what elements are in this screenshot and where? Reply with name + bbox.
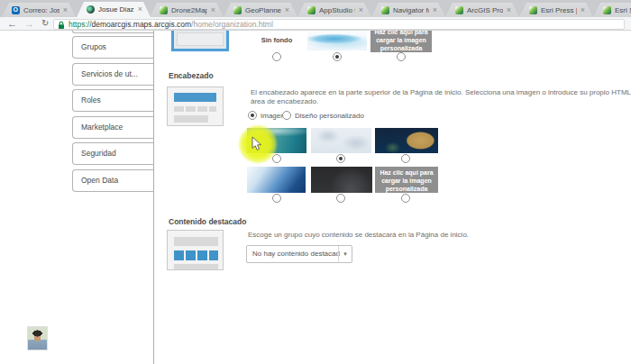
fondo-preview-thumbnail <box>171 31 229 51</box>
tab-navigator[interactable]: Navigator for A × <box>371 3 445 17</box>
esri-icon <box>455 6 463 14</box>
browser-toolbar: https://demoarcgis.maps.arcgis.com/home/… <box>0 17 631 31</box>
tab-title: AppStudio for A <box>319 6 355 14</box>
thumbnail-dark-globe[interactable] <box>311 167 372 193</box>
tab-esri-sc[interactable]: Esri Sc <box>593 3 631 17</box>
tab-close-icon[interactable]: × <box>359 6 363 14</box>
sidebar-item-partial <box>72 31 153 33</box>
tab-geoplanner[interactable]: GeoPlanner for × <box>224 3 297 17</box>
radio-header-custom-design[interactable] <box>282 111 291 120</box>
encabezado-description-line2: área de encabezado. <box>251 97 318 105</box>
tab-title: Navigator for A <box>393 6 429 14</box>
contenido-description: Escoge un grupo cuyo contenido se destac… <box>248 231 469 239</box>
radio-header-img-5[interactable] <box>336 194 345 203</box>
tab-title: Correo: Josue D <box>23 6 59 14</box>
url-bar[interactable]: https://demoarcgis.maps.arcgis.com/home/… <box>53 19 625 30</box>
sidebar-item-grupos[interactable]: Grupos <box>72 36 153 59</box>
tab-title: Esri Press | Get <box>541 6 577 14</box>
radio-header-custom-design-label: Diseño personalizado <box>295 112 364 120</box>
url-path: /home/organization.html <box>191 20 273 29</box>
fondo-upload-button[interactable]: Haz clic aquí para cargar la imagen pers… <box>370 31 432 52</box>
sidebar-item-roles[interactable]: Roles <box>72 89 153 112</box>
tab-correo[interactable]: Correo: Josue D × <box>2 3 76 17</box>
contenido-preview-thumbnail <box>167 230 224 270</box>
radio-header-img-1[interactable] <box>272 154 281 163</box>
radio-header-img-6[interactable] <box>401 194 410 203</box>
page-content: Grupos Servicios de ut... Roles Marketpl… <box>0 31 631 364</box>
sidebar-item-servicios[interactable]: Servicios de ut... <box>72 63 153 86</box>
esri-icon <box>381 6 389 14</box>
radio-header-imagen-label: Imagen <box>261 112 285 120</box>
reload-icon[interactable] <box>41 17 49 30</box>
thumbnail-satellite-earth[interactable] <box>375 128 438 153</box>
encabezado-preview-thumbnail <box>167 86 224 126</box>
tab-appstudio[interactable]: AppStudio for A × <box>297 3 371 17</box>
radio-fondo-custom[interactable] <box>397 52 406 61</box>
tab-title: Josue Diaz <box>98 5 134 14</box>
radio-fondo-none[interactable] <box>272 52 281 61</box>
radio-header-img-4[interactable] <box>272 194 281 203</box>
sidebar-item-seguridad[interactable]: Seguridad <box>72 142 153 165</box>
tab-close-icon[interactable]: × <box>433 6 437 14</box>
tab-close-icon[interactable]: × <box>138 5 142 14</box>
esri-icon <box>603 6 611 14</box>
radio-header-img-3[interactable] <box>401 154 410 163</box>
esri-icon <box>307 6 316 14</box>
chevron-down-icon <box>338 246 352 262</box>
dropdown-value: No hay contenido destacad <box>252 250 340 258</box>
tab-close-icon[interactable]: × <box>63 6 68 14</box>
tab-title: ArcGIS Pro <box>467 6 503 14</box>
thumbnail-world-map[interactable] <box>311 128 371 153</box>
encabezado-description-line1: El encabezado aparece en la parte superi… <box>251 88 631 96</box>
tab-esri-press[interactable]: Esri Press | Get × <box>519 3 593 17</box>
radio-header-img-2[interactable] <box>336 154 345 163</box>
tab-close-icon[interactable]: × <box>211 6 215 14</box>
contenido-section-title: Contenido destacado <box>169 217 246 226</box>
sidebar-divider <box>153 31 154 364</box>
tab-arcgis-pro[interactable]: ArcGIS Pro × <box>445 3 519 17</box>
header-upload-button[interactable]: Haz clic aquí para cargar la imagen pers… <box>375 167 438 193</box>
encabezado-section-title: Encabezado <box>169 71 214 80</box>
thumbnail-blue-swoosh[interactable] <box>307 31 367 50</box>
url-protocol: https:// <box>69 20 92 29</box>
sidebar-item-marketplace[interactable]: Marketplace <box>72 116 153 139</box>
back-icon[interactable] <box>7 17 17 30</box>
forward-icon <box>24 17 34 30</box>
esri-icon <box>529 6 537 14</box>
tab-strip: Correo: Josue D × Josue Diaz × Drone2Map… <box>0 0 631 17</box>
tab-title: Esri Sc <box>615 6 631 14</box>
featured-content-dropdown[interactable]: No hay contenido destacad <box>246 245 352 263</box>
radio-header-imagen[interactable] <box>248 111 257 120</box>
globe-icon <box>87 5 95 14</box>
tab-close-icon[interactable]: × <box>581 6 585 14</box>
webcam-overlay <box>27 326 48 350</box>
tab-close-icon[interactable]: × <box>285 6 289 14</box>
browser-window: Correo: Josue D × Josue Diaz × Drone2Map… <box>0 0 631 364</box>
esri-icon <box>160 6 168 14</box>
tab-title: GeoPlanner for <box>245 6 281 14</box>
outlook-icon <box>12 6 20 14</box>
thumbnail-teal-landscape[interactable] <box>247 128 306 153</box>
tab-drone2map[interactable]: Drone2Map for × <box>150 3 224 17</box>
radio-fondo-default[interactable] <box>333 52 342 61</box>
tab-josue-diaz[interactable]: Josue Diaz × <box>77 2 151 17</box>
thumbnail-blue-gradient[interactable] <box>247 167 306 193</box>
esri-icon <box>233 6 242 14</box>
padlock-icon <box>58 21 65 30</box>
fondo-option-no-background-label: Sin fondo <box>247 36 306 44</box>
tab-close-icon[interactable]: × <box>507 6 511 14</box>
tab-title: Drone2Map for <box>171 6 207 14</box>
url-domain: demoarcgis.maps.arcgis.com <box>92 20 192 29</box>
sidebar-item-open-data[interactable]: Open Data <box>72 169 153 192</box>
